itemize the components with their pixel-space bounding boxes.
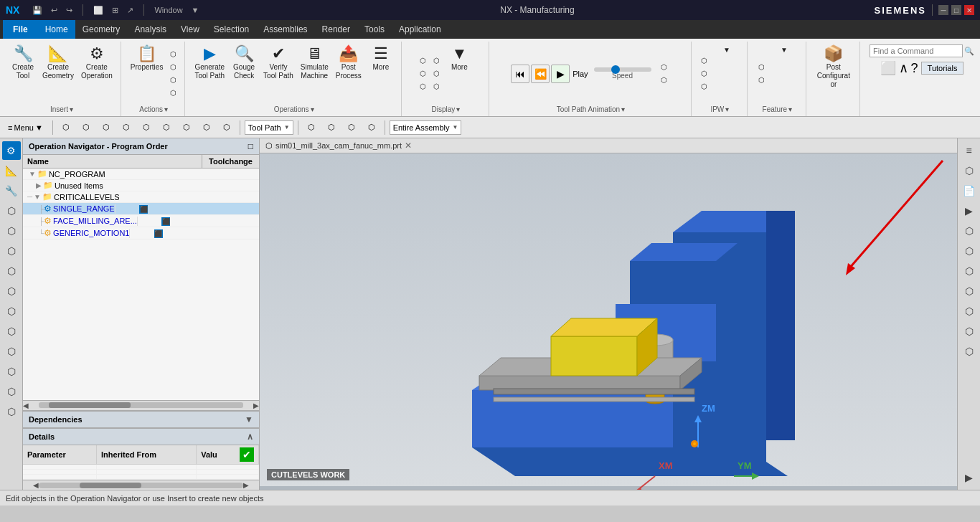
application-menu[interactable]: Application (392, 20, 448, 39)
sidebar-icon-5[interactable]: ⬡ (2, 222, 21, 240)
menu-button[interactable]: ≡ Menu ▼ (3, 121, 48, 134)
display-btn4[interactable]: ⬡ (430, 54, 443, 67)
actions-btn4[interactable]: ⬡ (166, 87, 180, 99)
sidebar-icon-8[interactable]: ⬡ (2, 282, 21, 300)
display-btn1[interactable]: ⬡ (416, 54, 430, 67)
transport-rewind[interactable]: ⏮ (511, 65, 529, 83)
anim-btn2[interactable]: ⬡ (657, 74, 671, 86)
view-menu[interactable]: View (174, 20, 207, 39)
tb-icon6[interactable]: ⬡ (158, 120, 175, 134)
op-nav-expand-button[interactable]: □ (248, 141, 253, 151)
tb-icon12[interactable]: ⬡ (343, 120, 360, 134)
minimize-button[interactable]: ─ (938, 5, 948, 15)
create-operation-button[interactable]: ⚙ CreateOperation (77, 43, 116, 104)
transport-play[interactable]: ▶ (551, 65, 570, 83)
actions-btn2[interactable]: ⬡ (166, 61, 180, 73)
window-dropdown[interactable]: ▼ (190, 4, 201, 16)
display-group-label[interactable]: Display ▾ (407, 104, 484, 115)
hscroll-track[interactable] (39, 402, 243, 408)
feature-more[interactable]: ▼ (768, 43, 800, 104)
sidebar-icon-7[interactable]: ⬡ (2, 262, 21, 280)
tb-icon9[interactable]: ⬡ (218, 120, 235, 134)
snap-icon[interactable]: ⊞ (110, 4, 120, 16)
sidebar-icon-home[interactable]: ⚙ (2, 141, 21, 160)
details-header[interactable]: Details ∧ (23, 429, 259, 445)
home-menu[interactable]: Home (38, 20, 75, 39)
operations-group-label[interactable]: Operations ▾ (191, 104, 396, 115)
right-icon-5[interactable]: ⬡ (960, 222, 979, 240)
window-label[interactable]: Window (153, 4, 184, 16)
right-icon-12[interactable]: ▶ (960, 468, 979, 487)
viewport-tab-close[interactable]: ✕ (405, 141, 412, 151)
right-icon-10[interactable]: ⬡ (960, 322, 979, 341)
right-icon-1[interactable]: ≡ (960, 141, 979, 160)
gouge-check-button[interactable]: 🔍 GougeCheck (228, 43, 260, 104)
feature-btn1[interactable]: ⬡ (755, 61, 768, 73)
right-icon-8[interactable]: ⬡ (960, 282, 979, 300)
tb-icon4[interactable]: ⬡ (118, 120, 135, 134)
actions-btn1[interactable]: ⬡ (166, 48, 180, 60)
details-scroll-right[interactable]: ▶ (243, 481, 249, 489)
tb-icon2[interactable]: ⬡ (77, 120, 95, 134)
tb-icon8[interactable]: ⬡ (198, 120, 215, 134)
display-more-button[interactable]: ▼ More (443, 43, 475, 104)
maximize-button[interactable]: □ (951, 5, 961, 15)
right-icon-4[interactable]: ▶ (960, 201, 979, 220)
actions-btn3[interactable]: ⬡ (166, 74, 180, 86)
transport-prev[interactable]: ⏪ (531, 65, 550, 83)
selection-menu[interactable]: Selection (207, 20, 256, 39)
hscroll-left-arrow[interactable]: ◀ (23, 402, 29, 409)
find-command-input[interactable] (870, 44, 963, 57)
undo-icon[interactable]: ↩ (50, 4, 59, 16)
viewport-3d[interactable]: ZM YM XM (260, 153, 957, 486)
display-btn5[interactable]: ⬡ (430, 67, 443, 80)
tc-btn-face[interactable]: ⬛ (161, 217, 170, 226)
tb-icon13[interactable]: ⬡ (363, 120, 380, 134)
tc-btn-single[interactable]: ⬛ (139, 205, 148, 214)
details-scroll-track[interactable] (39, 483, 243, 488)
ribbon-collapse-icon[interactable]: ∧ (899, 60, 908, 76)
assemblies-menu[interactable]: Assemblies (256, 20, 314, 39)
details-scroll-left[interactable]: ◀ (33, 481, 39, 489)
simulate-machine-button[interactable]: 🖥 SimulateMachine (297, 43, 332, 104)
generate-toolpath-button[interactable]: ▶ GenerateTool Path (191, 43, 228, 104)
ipw-btn3[interactable]: ⬡ (697, 80, 711, 92)
speed-track[interactable] (594, 67, 651, 72)
tb-icon11[interactable]: ⬡ (323, 120, 340, 134)
sidebar-icon-9[interactable]: ⬡ (2, 302, 21, 321)
ipw-group-label[interactable]: IPW ▾ (697, 104, 743, 115)
tb-icon3[interactable]: ⬡ (98, 120, 115, 134)
create-tool-button[interactable]: 🔧 CreateTool (7, 43, 39, 104)
save-icon[interactable]: 💾 (31, 4, 44, 16)
render-menu[interactable]: Render (315, 20, 357, 39)
file-menu[interactable]: File (3, 20, 38, 39)
right-icon-11[interactable]: ⬡ (960, 342, 979, 361)
sidebar-icon-10[interactable]: ⬡ (2, 322, 21, 341)
generic-motion-row[interactable]: └ ⚙ GENERIC_MOTION1 ⬛ (23, 227, 259, 239)
actions-group-label[interactable]: Actions ▾ (127, 104, 181, 115)
sidebar-icon-12[interactable]: ⬡ (2, 362, 21, 381)
dependencies-header[interactable]: Dependencies ▼ (23, 412, 259, 428)
sidebar-icon-14[interactable]: ⬡ (2, 402, 21, 421)
assembly-dropdown[interactable]: Entire Assembly ▼ (390, 120, 462, 135)
tb-icon5[interactable]: ⬡ (138, 120, 155, 134)
tb-icon10[interactable]: ⬡ (303, 120, 320, 134)
animation-group-label[interactable]: Tool Path Animation ▾ (495, 104, 687, 115)
tb-icon1[interactable]: ⬡ (57, 120, 75, 134)
nc-program-row[interactable]: ▼ 📁 NC_PROGRAM (23, 169, 259, 180)
close-button[interactable]: ✕ (964, 5, 974, 15)
details-check-button[interactable]: ✔ (240, 447, 254, 462)
feature-btn2[interactable]: ⬡ (755, 74, 768, 86)
layout-icon[interactable]: ⬜ (92, 4, 105, 16)
redo-icon[interactable]: ↪ (65, 4, 74, 16)
sidebar-icon-4[interactable]: ⬡ (2, 201, 21, 220)
hscroll-right-arrow[interactable]: ▶ (253, 402, 259, 409)
verify-toolpath-button[interactable]: ✔ VerifyTool Path (260, 43, 297, 104)
create-geometry-button[interactable]: 📐 CreateGeometry (39, 43, 77, 104)
right-icon-2[interactable]: ⬡ (960, 161, 979, 180)
tc-btn-generic[interactable]: ⬛ (154, 229, 163, 238)
sidebar-icon-geometry[interactable]: 📐 (2, 161, 21, 180)
post-configurator-button[interactable]: 📦 PostConfigurator (812, 43, 855, 112)
display-btn2[interactable]: ⬡ (416, 67, 430, 80)
single-range-row[interactable]: ├ ⚙ SINGLE_RANGE ⬛ (23, 203, 259, 215)
